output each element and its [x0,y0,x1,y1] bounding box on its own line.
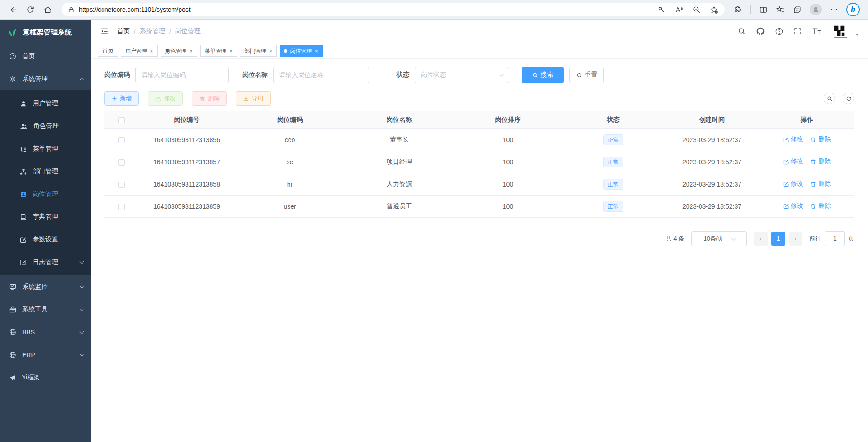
sidebar-item-menu-management[interactable]: 菜单管理 [0,138,91,160]
url-bar[interactable] [62,3,725,16]
tag-tab-role[interactable]: 角色管理× [161,45,198,57]
post-name-input[interactable] [273,67,369,83]
avatar-dropdown-caret[interactable] [855,34,859,36]
collections-icon[interactable] [793,5,802,14]
github-icon[interactable] [756,27,765,36]
cell-created-time: 2023-03-29 18:52:37 [664,173,760,195]
password-key-icon[interactable] [657,5,666,14]
add-button[interactable]: 新增 [104,91,139,106]
next-page-button[interactable]: › [789,232,802,246]
row-edit-link[interactable]: 修改 [783,202,804,210]
prev-page-button[interactable]: ‹ [754,232,768,246]
cell-post-name: 项目经理 [345,151,454,173]
show-search-toggle-button[interactable] [824,93,835,104]
sidebar-item-role-management[interactable]: 角色管理 [0,115,91,138]
row-checkbox[interactable] [118,182,125,188]
row-delete-link[interactable]: 删除 [810,157,831,166]
more-menu-icon[interactable] [830,5,838,14]
split-screen-icon[interactable] [759,5,768,14]
row-checkbox[interactable] [118,204,125,210]
zoom-out-icon[interactable] [692,5,701,14]
tab-close-icon[interactable]: × [150,48,153,54]
page-number-button[interactable]: 1 [771,232,785,246]
table-row[interactable]: 1641030593112313859 user 普通员工 100 正常 202… [104,195,854,217]
chevron-down-icon [80,307,84,311]
row-checkbox[interactable] [118,137,125,143]
browser-home-button[interactable] [41,3,54,16]
refresh-icon [26,5,34,14]
sidebar-item-user-management[interactable]: 用户管理 [0,92,91,115]
sidebar-item-home[interactable]: 首页 [0,45,91,68]
edit-link-label: 修改 [791,157,804,166]
row-edit-link[interactable]: 修改 [783,180,804,188]
sidebar-item-yi-framework[interactable]: Yi框架 [0,366,91,389]
column-header: 岗位编号 [138,111,235,128]
sidebar-item-dictionary-management[interactable]: 字典管理 [0,206,91,228]
refresh-icon [846,96,852,102]
favorite-add-icon[interactable] [710,5,718,14]
tab-close-icon[interactable]: × [229,48,233,54]
export-button-label: 导出 [252,94,264,103]
sidebar-item-system-tools[interactable]: 系统工具 [0,298,91,321]
breadcrumb-home[interactable]: 首页 [117,27,130,35]
sidebar-item-erp[interactable]: ERP [0,344,91,366]
sidebar-item-post-management[interactable]: 岗位管理 [0,183,91,206]
cell-post-sort: 100 [454,195,562,217]
help-icon[interactable] [775,27,784,36]
row-delete-link[interactable]: 删除 [810,202,831,210]
row-edit-link[interactable]: 修改 [783,135,804,143]
read-aloud-icon[interactable] [675,5,683,14]
tag-tab-user[interactable]: 用户管理× [121,45,158,57]
chevron-down-icon [80,284,84,289]
sidebar-item-system-monitor[interactable]: 系统监控 [0,275,91,298]
add-button-label: 新增 [120,94,132,103]
export-button[interactable]: 导出 [236,91,271,106]
sidebar-item-bbs[interactable]: BBS [0,321,91,344]
row-edit-link[interactable]: 修改 [783,157,804,166]
tag-tab-post[interactable]: 岗位管理× [280,45,323,57]
search-button[interactable]: 搜索 [522,67,564,83]
tag-tab-department[interactable]: 部门管理× [240,45,277,57]
browser-refresh-button[interactable] [24,3,37,16]
url-input[interactable] [79,6,653,13]
reset-button[interactable]: 重置 [569,67,604,83]
favorites-bar-icon[interactable] [776,5,785,14]
post-code-input[interactable] [135,67,229,83]
table-row[interactable]: 1641030593112313857 se 项目经理 100 正常 2023-… [104,151,854,173]
edit-button[interactable]: 修改 [148,91,183,106]
download-icon [243,96,249,102]
extensions-icon[interactable] [734,5,742,14]
tab-close-icon[interactable]: × [190,48,193,54]
column-header: 操作 [760,111,854,128]
tag-tab-menu[interactable]: 菜单管理× [200,45,237,57]
user-avatar[interactable] [832,23,849,40]
select-all-checkbox[interactable] [118,117,125,123]
chevron-down-icon [500,72,504,77]
fullscreen-icon[interactable] [794,27,802,35]
status-select[interactable]: 岗位状态 [415,67,509,83]
delete-button[interactable]: 删除 [192,91,227,106]
row-checkbox[interactable] [118,159,125,166]
sidebar-item-parameter-settings[interactable]: 参数设置 [0,228,91,251]
page-size-select[interactable]: 10条/页 [691,231,747,246]
goto-page-input[interactable] [825,231,845,246]
search-icon[interactable] [738,27,746,35]
chevron-up-icon [80,78,84,83]
bing-chat-icon[interactable]: b [846,3,860,16]
font-size-icon[interactable] [812,27,822,35]
sidebar-item-system-management[interactable]: 系统管理 [0,68,91,90]
tab-close-icon[interactable]: × [269,48,273,54]
sidebar-item-log-management[interactable]: 日志管理 [0,251,91,274]
browser-back-button[interactable] [6,3,20,16]
table-row[interactable]: 1641030593112313858 hr 人力资源 100 正常 2023-… [104,173,854,195]
browser-profile-avatar[interactable] [810,4,822,15]
row-delete-link[interactable]: 删除 [810,135,831,143]
refresh-table-button[interactable] [843,93,854,104]
sidebar-fold-button[interactable] [100,27,109,36]
sidebar-item-department-management[interactable]: 部门管理 [0,160,91,183]
row-delete-link[interactable]: 删除 [810,180,831,188]
tag-tab-home[interactable]: 首页 [98,45,118,57]
tab-close-icon[interactable]: × [314,48,318,54]
post-management-page: 岗位编码 岗位名称 状态 岗位状态 搜索 重置 [91,59,868,442]
table-row[interactable]: 1641030593112313856 ceo 董事长 100 正常 2023-… [104,128,854,151]
